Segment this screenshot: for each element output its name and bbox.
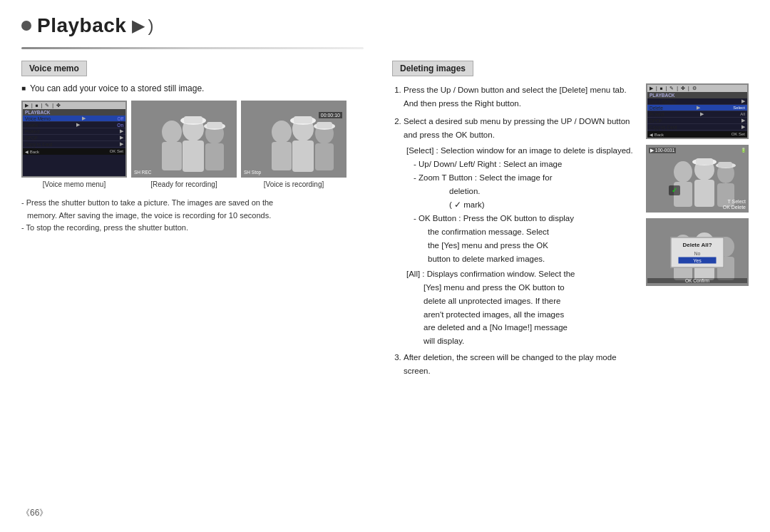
step2-select: [Select] : Selection window for an image… bbox=[406, 144, 639, 158]
step3: After deletion, the screen will be chang… bbox=[404, 351, 639, 378]
screen-ready: ▶ ■ 100-0031🔋 bbox=[131, 101, 237, 188]
screen1-row4: DPOF▶ bbox=[23, 135, 125, 141]
photo-select-btns: T Select OK Delete bbox=[723, 199, 746, 210]
screen2-caption: [Ready for recording] bbox=[150, 180, 217, 188]
screen1-row5: Copy to Card▶ bbox=[23, 141, 125, 148]
svg-rect-32 bbox=[718, 162, 732, 168]
note-line1: - Press the shutter button to take a pic… bbox=[21, 197, 371, 210]
delete-all-title: Delete All? bbox=[679, 241, 717, 247]
screen3-caption: [Voice is recording] bbox=[264, 180, 324, 188]
delete-all-footer: OK Confirm bbox=[647, 278, 747, 283]
screen1-section: PLAYBACK bbox=[23, 109, 125, 116]
screen1-caption: [Voice memo menu] bbox=[43, 180, 106, 188]
delete-menu-section: PLAYBACK bbox=[647, 92, 747, 98]
step2-updown: - Up/ Down/ Left/ Right : Select an imag… bbox=[406, 158, 639, 171]
svg-text:✓: ✓ bbox=[672, 186, 677, 194]
screen2-photo bbox=[133, 102, 237, 178]
screen1-row3: Protect▶ bbox=[23, 128, 125, 135]
screen1-frame: ▶|■|✎|✤ PLAYBACK Voice Memo▶Off Delete▶O… bbox=[21, 101, 127, 178]
step2-confirm: the confirmation message. Select bbox=[406, 225, 639, 239]
step2: Select a desired sub menu by pressing th… bbox=[404, 115, 639, 348]
svg-point-1 bbox=[162, 121, 182, 143]
svg-rect-19 bbox=[294, 116, 312, 123]
svg-rect-15 bbox=[292, 140, 314, 172]
step2-all6: will display. bbox=[406, 334, 639, 348]
delete-all-dialog: Delete All? No Yes bbox=[671, 237, 724, 267]
step2-details: [Select] : Selection window for an image… bbox=[404, 144, 639, 349]
step2-all5: are deleted and a [No Image!] message bbox=[406, 321, 639, 334]
right-column: Deleting images Press the Up / Down butt… bbox=[392, 61, 749, 378]
note-line2: memory. After saving the image, the voic… bbox=[21, 210, 371, 222]
svg-rect-2 bbox=[162, 142, 182, 170]
title-bullet bbox=[21, 21, 31, 31]
dm-row1: Voice Memo▶ bbox=[647, 98, 747, 105]
page-title-bar: Playback ▶ ) bbox=[21, 14, 749, 37]
steps-list: Press the Up / Down button and select th… bbox=[392, 83, 639, 378]
step2-button: button to delete marked images. bbox=[406, 252, 639, 266]
screen1-row1: Voice Memo▶Off bbox=[23, 116, 125, 122]
step1: Press the Up / Down button and select th… bbox=[404, 83, 639, 111]
step2-deletion: deletion. bbox=[406, 185, 639, 198]
step2-all2: [Yes] menu and press the OK button to bbox=[406, 281, 639, 295]
paren-close: ) bbox=[148, 16, 153, 36]
screen1-row2: Delete▶On bbox=[23, 122, 125, 128]
step2-all: [All] : Displays confirmation window. Se… bbox=[406, 267, 639, 281]
voice-memo-description: You can add your voice to a stored still… bbox=[21, 83, 371, 93]
page-title: Playback bbox=[37, 14, 126, 37]
screen-recording: ▶ ■ 100-0031🔋 bbox=[241, 101, 346, 188]
step2-yes: the [Yes] menu and press the OK bbox=[406, 239, 639, 252]
step2-mark: ( ✓ mark) bbox=[406, 198, 639, 212]
svg-rect-17 bbox=[315, 143, 334, 170]
playback-icon: ▶ bbox=[132, 16, 145, 36]
step2-all3: delete all unprotected images. If there bbox=[406, 295, 639, 308]
svg-rect-6 bbox=[205, 143, 224, 170]
dm-row3: Protect▶All bbox=[647, 111, 747, 118]
svg-rect-10 bbox=[207, 122, 222, 128]
left-column: Voice memo You can add your voice to a s… bbox=[21, 61, 371, 378]
right-screens-column: ▶|■|✎|✤|⚙ PLAYBACK Voice Memo▶ Delete▶Se… bbox=[646, 83, 749, 378]
svg-point-23 bbox=[674, 161, 692, 183]
photo-select-label: ▶ 100-0031 bbox=[649, 148, 676, 153]
dm-row5: Copy to Card▶ bbox=[647, 124, 747, 131]
voice-memo-header: Voice memo bbox=[21, 61, 87, 76]
svg-rect-30 bbox=[696, 158, 713, 165]
photo-select-battery: 🔋 bbox=[741, 148, 746, 153]
dm-row2: Delete▶Select bbox=[647, 105, 747, 111]
screen2-bottombar: SH REC bbox=[134, 170, 234, 175]
svg-rect-21 bbox=[317, 122, 332, 128]
delete-all-yes: Yes bbox=[679, 257, 717, 263]
svg-rect-8 bbox=[184, 116, 202, 123]
screen3-timer: 00:00:10 bbox=[319, 112, 342, 118]
svg-rect-13 bbox=[272, 142, 292, 170]
delete-menu-screen: ▶|■|✎|✤|⚙ PLAYBACK Voice Memo▶ Delete▶Se… bbox=[646, 83, 749, 139]
svg-point-12 bbox=[272, 121, 292, 143]
title-underline bbox=[21, 47, 364, 49]
note-line3: - To stop the recording, press the shutt… bbox=[21, 222, 371, 235]
svg-rect-4 bbox=[183, 140, 204, 172]
delete-all-no: No bbox=[679, 250, 717, 255]
delete-instructions: Press the Up / Down button and select th… bbox=[392, 83, 639, 378]
step2-all4: aren't protected images, all the images bbox=[406, 308, 639, 322]
screen-voice-menu: ▶|■|✎|✤ PLAYBACK Voice Memo▶Off Delete▶O… bbox=[21, 101, 127, 188]
dm-row4: DPOF▶ bbox=[647, 118, 747, 124]
svg-rect-26 bbox=[694, 180, 714, 207]
deleting-images-header: Deleting images bbox=[392, 61, 473, 76]
photo-select-screen: ✓ ▶ 100-0031 🔋 T Select OK Delete bbox=[646, 145, 749, 213]
delete-menu-icons: ▶|■|✎|✤|⚙ bbox=[647, 85, 747, 92]
screen1-footer: ◀ BackOK Set bbox=[23, 148, 125, 155]
screen1-icons: ▶|■|✎|✤ bbox=[23, 102, 125, 109]
page-number: 《66》 bbox=[21, 507, 48, 519]
screen3-bottombar: SH Stop bbox=[244, 170, 344, 175]
screens-row: ▶|■|✎|✤ PLAYBACK Voice Memo▶Off Delete▶O… bbox=[21, 101, 371, 188]
step2-ok: - OK Button : Press the OK button to dis… bbox=[406, 212, 639, 225]
screen2-frame: ▶ ■ 100-0031🔋 bbox=[131, 101, 237, 178]
right-content-area: Press the Up / Down button and select th… bbox=[392, 83, 749, 378]
delete-all-screen: Delete All? No Yes OK Confirm bbox=[646, 218, 749, 286]
screen3-frame: ▶ ■ 100-0031🔋 bbox=[241, 101, 346, 178]
step2-zoom: - Zoom T Button : Select the image for bbox=[406, 171, 639, 185]
dm-footer: ◀ BackOK Set bbox=[647, 131, 747, 138]
notes-text: - Press the shutter button to take a pic… bbox=[21, 197, 371, 235]
